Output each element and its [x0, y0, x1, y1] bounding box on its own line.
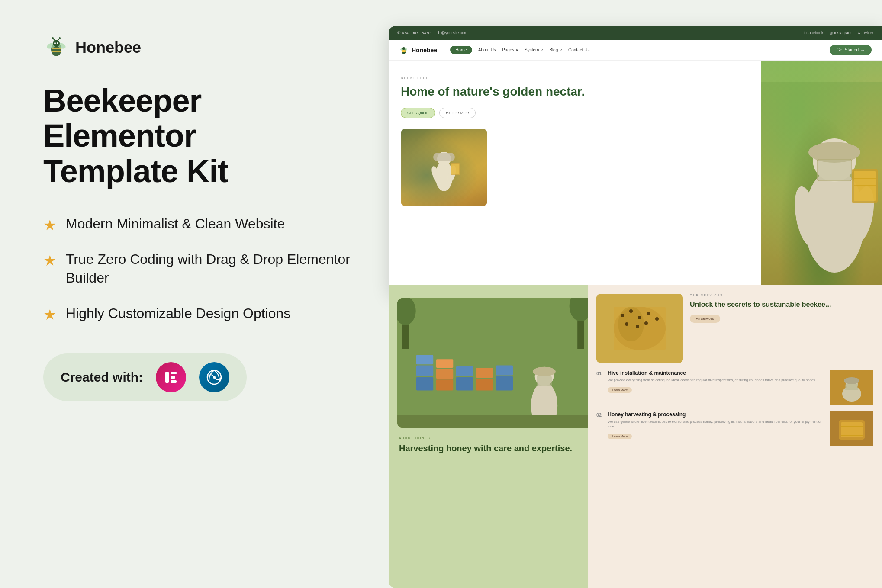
svg-rect-52 [436, 369, 453, 379]
wordpress-icon [206, 369, 223, 386]
service-num-1: 01 [596, 370, 602, 376]
explore-more-button[interactable]: Explore More [439, 108, 476, 118]
star-icon-1: ★ [43, 216, 56, 234]
svg-rect-19 [402, 50, 406, 51]
nav-blog[interactable]: Blog ∨ [549, 48, 562, 52]
svg-point-81 [844, 377, 859, 384]
service-desc-1: We provide everything from selecting the… [608, 378, 824, 382]
nav-home[interactable]: Home [450, 46, 472, 54]
service-top-image [596, 294, 683, 363]
nav-pages[interactable]: Pages ∨ [502, 48, 518, 52]
svg-point-73 [647, 312, 650, 315]
service-item-1: 01 Hive installation & maintenance We pr… [596, 370, 873, 405]
topbar-left: ✆ 474 - 907 - 8370 hi@yoursite.com [397, 31, 467, 35]
feature-text-1: Modern Minimalist & Clean Website [66, 215, 285, 233]
get-quote-button[interactable]: Get A Quote [401, 108, 435, 118]
nav-contact[interactable]: Contact Us [568, 48, 589, 52]
star-icon-2: ★ [43, 252, 56, 269]
service-desc-2: We use gentle and efficient techniques t… [608, 419, 824, 429]
nav-logo: Honebee [399, 45, 437, 55]
svg-rect-54 [456, 377, 473, 391]
svg-rect-56 [476, 379, 493, 390]
svg-rect-39 [854, 171, 876, 201]
svg-rect-59 [496, 365, 513, 375]
star-icon-3: ★ [43, 306, 56, 323]
hero-left: BEEKEEPER Home of nature's golden nectar… [389, 61, 761, 294]
bees-swarm-image [596, 294, 683, 363]
svg-point-71 [629, 309, 633, 313]
hero-tag: BEEKEEPER [401, 76, 749, 80]
svg-rect-26 [433, 153, 455, 161]
svg-point-7 [52, 37, 54, 39]
svg-rect-57 [476, 368, 493, 378]
svg-rect-69 [614, 307, 666, 350]
service-info-2: Honey harvesting & processing We use gen… [608, 411, 824, 439]
svg-rect-64 [397, 415, 588, 428]
hive-farm-image [397, 298, 588, 428]
svg-rect-53 [436, 359, 453, 368]
service-title-2: Honey harvesting & processing [608, 411, 824, 418]
svg-point-9 [59, 37, 61, 39]
about-text: ABOUT HONEBEE Harvesting honey with care… [389, 428, 588, 462]
services-header-text: OUR SERVICES Unlock the secrets to susta… [690, 294, 873, 323]
service-image-1 [830, 370, 873, 405]
svg-point-23 [402, 47, 405, 50]
svg-point-72 [638, 316, 641, 319]
website-preview-top: ✆ 474 - 907 - 8370 hi@yoursite.com f Fac… [389, 26, 882, 294]
svg-point-5 [53, 40, 60, 47]
svg-rect-49 [416, 365, 433, 376]
svg-point-77 [644, 321, 648, 325]
nav-system[interactable]: System ∨ [525, 48, 543, 52]
created-with-row: Created with: [43, 353, 247, 401]
svg-rect-82 [845, 384, 858, 390]
svg-rect-14 [171, 376, 175, 379]
twitter-link: ✕ Twitter [857, 31, 873, 35]
hero-right-image [761, 61, 882, 294]
svg-rect-12 [165, 372, 169, 383]
site-hero: BEEKEEPER Home of nature's golden nectar… [389, 61, 882, 294]
nav-about[interactable]: About Us [478, 48, 496, 52]
nav-cta-button[interactable]: Get Started → [830, 45, 872, 55]
phone-text: ✆ 474 - 907 - 8370 [397, 31, 431, 35]
feature-item-1: ★ Modern Minimalist & Clean Website [43, 215, 355, 234]
hero-title: Home of nature's golden nectar. [401, 84, 749, 99]
svg-point-76 [636, 325, 639, 328]
services-main-title: Unlock the secrets to sustainable beekee… [690, 300, 873, 308]
svg-rect-50 [416, 355, 433, 364]
svg-point-74 [655, 317, 659, 321]
learn-more-1[interactable]: Learn More [608, 387, 632, 393]
email-text: hi@yoursite.com [438, 31, 467, 35]
learn-more-2[interactable]: Learn More [608, 434, 632, 439]
about-title: Harvesting honey with care and expertise… [399, 443, 577, 453]
hero-buttons: Get A Quote Explore More [401, 108, 749, 118]
hero-small-image [401, 129, 487, 206]
service-image-2 [830, 411, 873, 446]
services-tag: OUR SERVICES [690, 294, 873, 297]
elementor-badge [156, 362, 186, 392]
preview-bottom-left: ABOUT HONEBEE Harvesting honey with care… [389, 285, 588, 588]
svg-rect-13 [171, 372, 177, 374]
preview-services: OUR SERVICES Unlock the secrets to susta… [588, 285, 882, 588]
all-services-button[interactable]: All Services [690, 315, 720, 323]
nav-bee-icon [399, 45, 409, 55]
svg-rect-2 [52, 51, 61, 52]
svg-point-11 [57, 42, 58, 44]
main-title: Beekeeper Elementor Template Kit [43, 83, 355, 189]
site-nav: Honebee Home About Us Pages ∨ System ∨ B… [389, 40, 882, 61]
feature-item-2: ★ True Zero Coding with Drag & Drop Elem… [43, 250, 355, 287]
logo-row: Honebee [43, 35, 355, 61]
svg-rect-30 [451, 164, 459, 174]
service-title-1: Hive installation & maintenance [608, 370, 824, 376]
instagram-link: ◎ Instagram [830, 31, 852, 35]
feature-text-3: Highly Customizable Design Options [66, 304, 290, 323]
service-items-list: 01 Hive installation & maintenance We pr… [588, 363, 882, 453]
hero-large-figure [761, 82, 882, 294]
svg-point-75 [625, 322, 628, 326]
about-tag: ABOUT HONEBEE [399, 437, 577, 440]
site-topbar: ✆ 474 - 907 - 8370 hi@yoursite.com f Fac… [389, 26, 882, 40]
beekeeper-small-figure [427, 137, 461, 198]
service-item-2: 02 Honey harvesting & processing We use … [596, 411, 873, 446]
svg-rect-55 [456, 366, 473, 376]
svg-point-70 [621, 314, 624, 317]
features-list: ★ Modern Minimalist & Clean Website ★ Tr… [43, 215, 355, 323]
